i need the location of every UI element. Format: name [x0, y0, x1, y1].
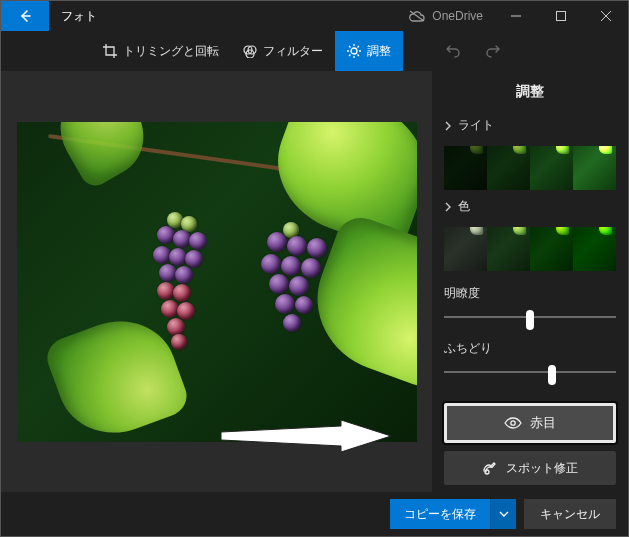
- cancel-label: キャンセル: [540, 506, 600, 523]
- undo-icon: [445, 43, 461, 59]
- vignette-slider-block: ふちどり: [444, 340, 616, 381]
- redo-icon: [485, 43, 501, 59]
- save-button-group: コピーを保存: [390, 499, 516, 529]
- tool-adjust-label: 調整: [367, 43, 391, 60]
- svg-point-9: [351, 48, 357, 54]
- edit-toolbar: トリミングと回転 フィルター 調整: [1, 31, 628, 71]
- vignette-label: ふちどり: [444, 340, 616, 357]
- chevron-right-icon: [444, 121, 452, 131]
- adjust-icon: [347, 44, 361, 58]
- adjust-panel: 調整 ライト 色 明瞭度: [432, 71, 628, 492]
- photo-image: [17, 122, 417, 442]
- tool-crop-label: トリミングと回転: [123, 43, 219, 60]
- svg-line-1: [410, 11, 424, 21]
- color-preview-strip[interactable]: [444, 227, 616, 271]
- save-dropdown-button[interactable]: [490, 499, 516, 529]
- svg-line-16: [358, 46, 360, 48]
- clarity-slider[interactable]: [444, 308, 616, 326]
- photo-canvas[interactable]: [1, 71, 432, 492]
- save-label: コピーを保存: [404, 506, 476, 523]
- spotfix-icon: [482, 460, 498, 476]
- spotfix-label: スポット修正: [506, 460, 578, 477]
- back-button[interactable]: [1, 1, 49, 31]
- svg-line-17: [349, 55, 351, 57]
- footer: コピーを保存 キャンセル: [1, 492, 628, 536]
- redeye-button[interactable]: 赤目: [444, 403, 616, 443]
- eye-icon: [504, 417, 522, 429]
- cancel-button[interactable]: キャンセル: [524, 499, 616, 529]
- svg-point-19: [511, 421, 515, 425]
- app-title: フォト: [49, 1, 398, 31]
- cloud-off-icon: [408, 10, 426, 22]
- svg-line-14: [349, 46, 351, 48]
- vignette-slider[interactable]: [444, 363, 616, 381]
- tool-filters[interactable]: フィルター: [231, 31, 335, 71]
- minimize-button[interactable]: [493, 1, 538, 31]
- main-area: 調整 ライト 色 明瞭度: [1, 71, 628, 492]
- titlebar: フォト OneDrive: [1, 1, 628, 31]
- tool-filter-label: フィルター: [263, 43, 323, 60]
- save-copy-button[interactable]: コピーを保存: [390, 499, 490, 529]
- filter-icon: [243, 44, 257, 58]
- redeye-label: 赤目: [530, 414, 556, 432]
- clarity-thumb[interactable]: [526, 310, 534, 330]
- light-preview-strip[interactable]: [444, 146, 616, 190]
- tool-adjust[interactable]: 調整: [335, 31, 403, 71]
- vignette-thumb[interactable]: [548, 365, 556, 385]
- svg-line-15: [358, 55, 360, 57]
- redo-button[interactable]: [473, 31, 513, 71]
- close-icon: [601, 11, 611, 21]
- onedrive-status[interactable]: OneDrive: [398, 1, 493, 31]
- crop-icon: [103, 44, 117, 58]
- maximize-button[interactable]: [538, 1, 583, 31]
- undo-button[interactable]: [433, 31, 473, 71]
- chevron-right-icon: [444, 202, 452, 212]
- maximize-icon: [556, 11, 566, 21]
- group-light[interactable]: ライト: [444, 117, 616, 134]
- clarity-label: 明瞭度: [444, 285, 616, 302]
- clarity-slider-block: 明瞭度: [444, 285, 616, 326]
- svg-point-20: [485, 470, 489, 474]
- group-light-label: ライト: [458, 117, 494, 134]
- window-controls: [493, 1, 628, 31]
- group-color-label: 色: [458, 198, 470, 215]
- panel-title: 調整: [444, 79, 616, 109]
- photos-app-window: フォト OneDrive トリミングと回転 フィルター 調整: [0, 0, 629, 537]
- svg-rect-3: [556, 12, 565, 21]
- close-button[interactable]: [583, 1, 628, 31]
- minimize-icon: [511, 11, 521, 21]
- arrow-left-icon: [17, 8, 33, 24]
- tool-crop-rotate[interactable]: トリミングと回転: [91, 31, 231, 71]
- chevron-down-icon: [499, 511, 509, 517]
- spotfix-button[interactable]: スポット修正: [444, 451, 616, 485]
- group-color[interactable]: 色: [444, 198, 616, 215]
- onedrive-label: OneDrive: [432, 9, 483, 23]
